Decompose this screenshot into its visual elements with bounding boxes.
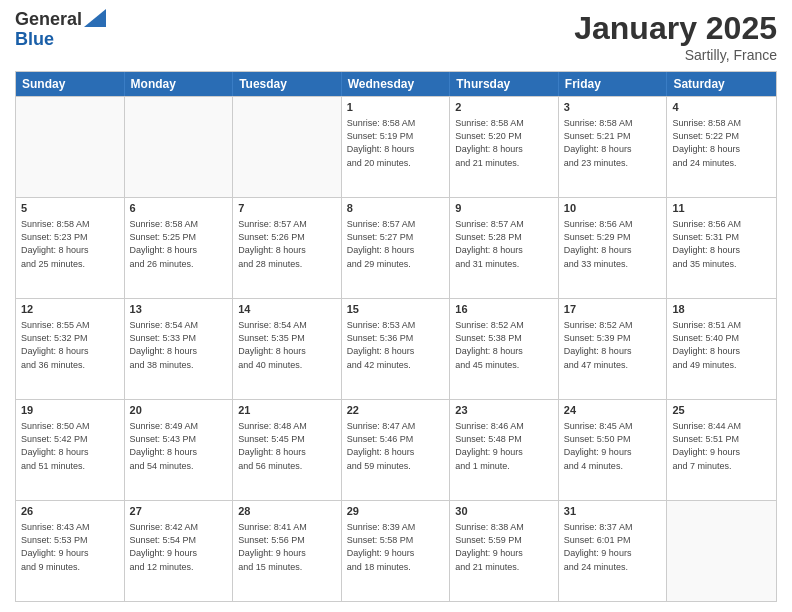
cell-info: Sunrise: 8:56 AM Sunset: 5:29 PM Dayligh…: [564, 218, 662, 270]
cell-info: Sunrise: 8:47 AM Sunset: 5:46 PM Dayligh…: [347, 420, 445, 472]
calendar-cell: 4Sunrise: 8:58 AM Sunset: 5:22 PM Daylig…: [667, 97, 776, 197]
calendar-cell: 29Sunrise: 8:39 AM Sunset: 5:58 PM Dayli…: [342, 501, 451, 601]
day-number: 29: [347, 504, 445, 519]
header-tuesday: Tuesday: [233, 72, 342, 96]
calendar-cell: 28Sunrise: 8:41 AM Sunset: 5:56 PM Dayli…: [233, 501, 342, 601]
cell-info: Sunrise: 8:57 AM Sunset: 5:28 PM Dayligh…: [455, 218, 553, 270]
calendar-cell: 30Sunrise: 8:38 AM Sunset: 5:59 PM Dayli…: [450, 501, 559, 601]
day-number: 24: [564, 403, 662, 418]
day-number: 21: [238, 403, 336, 418]
cell-info: Sunrise: 8:53 AM Sunset: 5:36 PM Dayligh…: [347, 319, 445, 371]
header-sunday: Sunday: [16, 72, 125, 96]
day-number: 10: [564, 201, 662, 216]
page: General Blue January 2025 Sartilly, Fran…: [0, 0, 792, 612]
calendar-cell: 26Sunrise: 8:43 AM Sunset: 5:53 PM Dayli…: [16, 501, 125, 601]
calendar-cell: [667, 501, 776, 601]
header-friday: Friday: [559, 72, 668, 96]
calendar-cell: [125, 97, 234, 197]
logo-icon: [84, 9, 106, 27]
title-block: January 2025 Sartilly, France: [574, 10, 777, 63]
calendar-cell: 11Sunrise: 8:56 AM Sunset: 5:31 PM Dayli…: [667, 198, 776, 298]
cell-info: Sunrise: 8:50 AM Sunset: 5:42 PM Dayligh…: [21, 420, 119, 472]
calendar-cell: [16, 97, 125, 197]
calendar-cell: 18Sunrise: 8:51 AM Sunset: 5:40 PM Dayli…: [667, 299, 776, 399]
cell-info: Sunrise: 8:58 AM Sunset: 5:21 PM Dayligh…: [564, 117, 662, 169]
day-number: 30: [455, 504, 553, 519]
cell-info: Sunrise: 8:54 AM Sunset: 5:33 PM Dayligh…: [130, 319, 228, 371]
cell-info: Sunrise: 8:58 AM Sunset: 5:25 PM Dayligh…: [130, 218, 228, 270]
header-wednesday: Wednesday: [342, 72, 451, 96]
cell-info: Sunrise: 8:37 AM Sunset: 6:01 PM Dayligh…: [564, 521, 662, 573]
calendar-body: 1Sunrise: 8:58 AM Sunset: 5:19 PM Daylig…: [16, 96, 776, 601]
day-number: 15: [347, 302, 445, 317]
day-number: 22: [347, 403, 445, 418]
day-number: 6: [130, 201, 228, 216]
location: Sartilly, France: [574, 47, 777, 63]
cell-info: Sunrise: 8:46 AM Sunset: 5:48 PM Dayligh…: [455, 420, 553, 472]
calendar-cell: 10Sunrise: 8:56 AM Sunset: 5:29 PM Dayli…: [559, 198, 668, 298]
calendar-cell: 15Sunrise: 8:53 AM Sunset: 5:36 PM Dayli…: [342, 299, 451, 399]
calendar-cell: 17Sunrise: 8:52 AM Sunset: 5:39 PM Dayli…: [559, 299, 668, 399]
day-number: 12: [21, 302, 119, 317]
cell-info: Sunrise: 8:58 AM Sunset: 5:22 PM Dayligh…: [672, 117, 771, 169]
cell-info: Sunrise: 8:58 AM Sunset: 5:20 PM Dayligh…: [455, 117, 553, 169]
calendar-header: Sunday Monday Tuesday Wednesday Thursday…: [16, 72, 776, 96]
calendar-cell: 2Sunrise: 8:58 AM Sunset: 5:20 PM Daylig…: [450, 97, 559, 197]
cell-info: Sunrise: 8:58 AM Sunset: 5:19 PM Dayligh…: [347, 117, 445, 169]
month-title: January 2025: [574, 10, 777, 47]
day-number: 25: [672, 403, 771, 418]
day-number: 13: [130, 302, 228, 317]
calendar-cell: 14Sunrise: 8:54 AM Sunset: 5:35 PM Dayli…: [233, 299, 342, 399]
header-saturday: Saturday: [667, 72, 776, 96]
logo-blue: Blue: [15, 30, 106, 50]
cell-info: Sunrise: 8:51 AM Sunset: 5:40 PM Dayligh…: [672, 319, 771, 371]
cell-info: Sunrise: 8:38 AM Sunset: 5:59 PM Dayligh…: [455, 521, 553, 573]
calendar-cell: 12Sunrise: 8:55 AM Sunset: 5:32 PM Dayli…: [16, 299, 125, 399]
day-number: 5: [21, 201, 119, 216]
calendar-week-1: 1Sunrise: 8:58 AM Sunset: 5:19 PM Daylig…: [16, 96, 776, 197]
calendar-cell: 3Sunrise: 8:58 AM Sunset: 5:21 PM Daylig…: [559, 97, 668, 197]
cell-info: Sunrise: 8:55 AM Sunset: 5:32 PM Dayligh…: [21, 319, 119, 371]
calendar-cell: 31Sunrise: 8:37 AM Sunset: 6:01 PM Dayli…: [559, 501, 668, 601]
calendar-week-4: 19Sunrise: 8:50 AM Sunset: 5:42 PM Dayli…: [16, 399, 776, 500]
day-number: 16: [455, 302, 553, 317]
cell-info: Sunrise: 8:52 AM Sunset: 5:39 PM Dayligh…: [564, 319, 662, 371]
day-number: 31: [564, 504, 662, 519]
calendar-cell: 9Sunrise: 8:57 AM Sunset: 5:28 PM Daylig…: [450, 198, 559, 298]
calendar-cell: 16Sunrise: 8:52 AM Sunset: 5:38 PM Dayli…: [450, 299, 559, 399]
calendar-cell: 6Sunrise: 8:58 AM Sunset: 5:25 PM Daylig…: [125, 198, 234, 298]
day-number: 7: [238, 201, 336, 216]
calendar-cell: 25Sunrise: 8:44 AM Sunset: 5:51 PM Dayli…: [667, 400, 776, 500]
cell-info: Sunrise: 8:56 AM Sunset: 5:31 PM Dayligh…: [672, 218, 771, 270]
day-number: 1: [347, 100, 445, 115]
cell-info: Sunrise: 8:49 AM Sunset: 5:43 PM Dayligh…: [130, 420, 228, 472]
cell-info: Sunrise: 8:58 AM Sunset: 5:23 PM Dayligh…: [21, 218, 119, 270]
cell-info: Sunrise: 8:57 AM Sunset: 5:26 PM Dayligh…: [238, 218, 336, 270]
calendar-cell: [233, 97, 342, 197]
calendar-week-5: 26Sunrise: 8:43 AM Sunset: 5:53 PM Dayli…: [16, 500, 776, 601]
day-number: 17: [564, 302, 662, 317]
day-number: 23: [455, 403, 553, 418]
calendar-cell: 24Sunrise: 8:45 AM Sunset: 5:50 PM Dayli…: [559, 400, 668, 500]
logo-general: General: [15, 10, 82, 30]
calendar-cell: 20Sunrise: 8:49 AM Sunset: 5:43 PM Dayli…: [125, 400, 234, 500]
cell-info: Sunrise: 8:41 AM Sunset: 5:56 PM Dayligh…: [238, 521, 336, 573]
calendar-cell: 19Sunrise: 8:50 AM Sunset: 5:42 PM Dayli…: [16, 400, 125, 500]
day-number: 20: [130, 403, 228, 418]
cell-info: Sunrise: 8:52 AM Sunset: 5:38 PM Dayligh…: [455, 319, 553, 371]
cell-info: Sunrise: 8:39 AM Sunset: 5:58 PM Dayligh…: [347, 521, 445, 573]
cell-info: Sunrise: 8:43 AM Sunset: 5:53 PM Dayligh…: [21, 521, 119, 573]
calendar-cell: 23Sunrise: 8:46 AM Sunset: 5:48 PM Dayli…: [450, 400, 559, 500]
header: General Blue January 2025 Sartilly, Fran…: [15, 10, 777, 63]
day-number: 28: [238, 504, 336, 519]
calendar-cell: 1Sunrise: 8:58 AM Sunset: 5:19 PM Daylig…: [342, 97, 451, 197]
day-number: 4: [672, 100, 771, 115]
day-number: 2: [455, 100, 553, 115]
header-thursday: Thursday: [450, 72, 559, 96]
day-number: 19: [21, 403, 119, 418]
header-monday: Monday: [125, 72, 234, 96]
day-number: 8: [347, 201, 445, 216]
cell-info: Sunrise: 8:45 AM Sunset: 5:50 PM Dayligh…: [564, 420, 662, 472]
logo: General Blue: [15, 10, 106, 50]
day-number: 3: [564, 100, 662, 115]
